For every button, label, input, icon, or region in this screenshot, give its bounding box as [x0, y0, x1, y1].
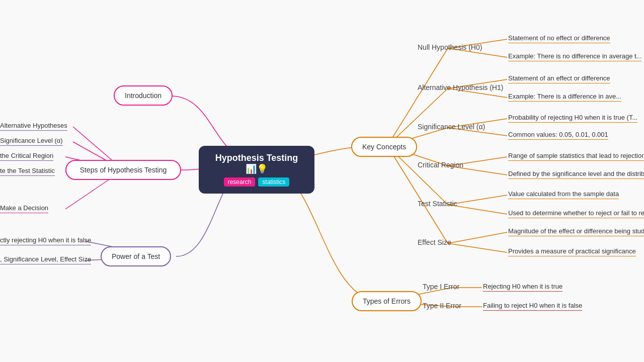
type2-child: Failing to reject H0 when it is false: [483, 302, 582, 311]
alt-hyp-label: Alternative Hypothesis (H1): [418, 83, 503, 92]
sig-level-child2: Common values: 0.05, 0.01, 0.001: [508, 131, 608, 140]
center-title: Hypothesis Testing 📊💡: [210, 153, 303, 174]
effect-size-child1: Magnitude of the effect or difference be…: [508, 227, 644, 236]
type2-label: Type II Error: [423, 302, 461, 310]
alt-hyp-child2: Example: There is a difference in ave...: [508, 93, 621, 102]
key-concepts-node: Key Concepts: [351, 137, 417, 157]
svg-line-23: [448, 232, 507, 243]
types-of-errors-node: Types of Errors: [352, 291, 422, 311]
power-node: Power of a Test: [101, 246, 171, 266]
sig-level-child1: Probability of rejecting H0 when it is t…: [508, 114, 637, 123]
tag-statistics: statistics: [258, 177, 289, 187]
introduction-node: Introduction: [114, 85, 173, 106]
test-stat-label: Test Statistic: [418, 200, 457, 208]
steps-node: Steps of Hypothesis Testing: [65, 160, 181, 180]
crit-region-child1: Range of sample statistics that lead to …: [508, 152, 644, 161]
power-item-1: , Significance Level, Effect Size: [0, 255, 91, 264]
crit-region-label: Critical Region: [418, 161, 463, 169]
effect-size-child2: Provides a measure of practical signific…: [508, 247, 636, 256]
test-stat-child1: Value calculated from the sample data: [508, 190, 619, 199]
tag-research: research: [224, 177, 256, 187]
svg-line-7: [387, 48, 448, 146]
test-stat-child2: Used to determine whether to reject or f…: [508, 209, 644, 218]
sig-level-label: Significance Level (α): [418, 123, 485, 131]
svg-line-24: [448, 243, 507, 252]
steps-item-1: Significance Level (α): [0, 137, 63, 146]
steps-item-4: Make a Decision: [0, 204, 48, 213]
null-hyp-label: Null Hypothesis (H0): [418, 43, 482, 51]
steps-item-3: te the Test Statistic: [0, 167, 55, 176]
null-hyp-child1: Statement of no effect or difference: [508, 34, 610, 43]
type1-child: Rejecting H0 when it is true: [483, 283, 562, 292]
null-hyp-child2: Example: There is no difference in avera…: [508, 52, 641, 61]
power-item-0: ctly rejecting H0 when it is false: [0, 236, 91, 245]
alt-hyp-child1: Statement of an effect or difference: [508, 74, 610, 83]
steps-item-0: Alternative Hypotheses: [0, 122, 67, 131]
effect-size-label: Effect Size: [418, 238, 451, 246]
steps-item-2: the Critical Region: [0, 152, 53, 161]
type1-label: Type I Error: [423, 283, 459, 291]
crit-region-child2: Defined by the significance level and th…: [508, 170, 644, 179]
center-node: Hypothesis Testing 📊💡 research statistic…: [199, 146, 314, 194]
